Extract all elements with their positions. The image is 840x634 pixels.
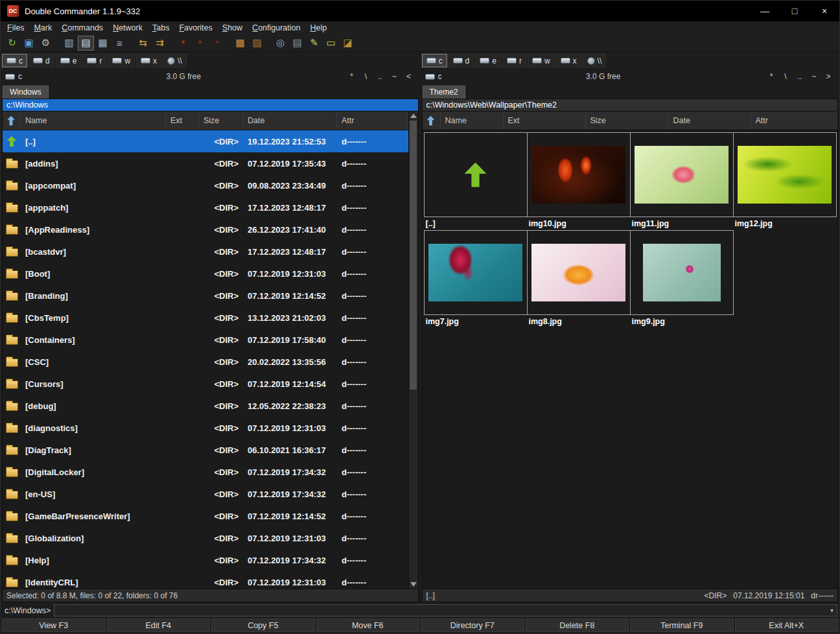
file-row[interactable]: [appcompat]<DIR>09.08.2023 23:34:49d----… — [3, 174, 408, 196]
maximize-button[interactable]: □ — [780, 1, 810, 21]
thumbnail-item[interactable]: img8.jpg — [527, 230, 630, 328]
file-row[interactable]: [..]<DIR>19.12.2023 21:52:53d------- — [3, 130, 408, 152]
file-row[interactable]: [CbsTemp]<DIR>13.12.2023 21:02:03d------… — [3, 307, 408, 329]
column-header-attr[interactable]: Attr — [751, 112, 838, 130]
drive-button-c[interactable]: c — [422, 54, 447, 67]
tab-theme2[interactable]: Theme2 — [423, 86, 465, 99]
column-header-size[interactable]: Size — [199, 112, 243, 130]
file-row[interactable]: [GameBarPresenceWriter]<DIR>07.12.2019 1… — [3, 505, 408, 527]
scroll-thumb[interactable] — [410, 121, 417, 390]
drive-button-w[interactable]: w — [528, 54, 555, 67]
close-button[interactable]: × — [810, 1, 839, 21]
refresh-icon[interactable]: ↻ — [4, 36, 20, 51]
pack-icon[interactable]: ▩ — [232, 36, 248, 51]
fn-button-f9[interactable]: Terminal F9 — [630, 618, 734, 632]
thumbnail-item[interactable]: img12.jpg — [733, 132, 836, 230]
right-path-bar[interactable]: c:\Windows\Web\Wallpaper\Theme2 — [422, 99, 839, 112]
drive-button-w[interactable]: w — [108, 54, 135, 67]
mark-group-icon[interactable]: * — [175, 36, 191, 51]
drive-button-c[interactable]: c — [2, 54, 27, 67]
column-header-date[interactable]: Date — [669, 112, 751, 130]
file-row[interactable]: [apppatch]<DIR>17.12.2023 12:48:17d-----… — [3, 196, 408, 218]
fn-button-f4[interactable]: Edit F4 — [107, 618, 211, 632]
fn-button-f3[interactable]: View F3 — [2, 618, 106, 632]
find-files-icon[interactable]: ◎ — [272, 36, 288, 51]
fn-button-f8[interactable]: Delete F8 — [526, 618, 629, 632]
home-button[interactable]: ~ — [388, 71, 401, 82]
fn-button-f5[interactable]: Copy F5 — [211, 618, 315, 632]
compare-contents-icon[interactable]: ✎ — [306, 36, 322, 51]
fn-button-f6[interactable]: Move F6 — [316, 618, 420, 632]
column-header-attr[interactable]: Attr — [337, 112, 408, 130]
thumbnail-item[interactable]: img9.jpg — [630, 230, 733, 328]
drive-button-e[interactable]: e — [56, 54, 82, 67]
sort-indicator-column[interactable] — [423, 112, 441, 130]
menu-item-commands[interactable]: Commands — [62, 22, 109, 34]
drive-button-d[interactable]: d — [29, 54, 54, 67]
file-row[interactable]: [Containers]<DIR>07.12.2019 17:58:40d---… — [3, 329, 408, 351]
command-input[interactable]: ▾ — [54, 604, 837, 616]
file-row[interactable]: [en-US]<DIR>07.12.2019 17:34:32d------- — [3, 483, 408, 505]
file-row[interactable]: [DiagTrack]<DIR>06.10.2021 16:36:17d----… — [3, 439, 408, 461]
menu-item-files[interactable]: Files — [7, 22, 30, 34]
thumbnail-item[interactable]: img11.jpg — [630, 132, 733, 230]
parent-button[interactable]: .. — [374, 71, 387, 82]
unmark-group-icon[interactable]: * — [192, 36, 208, 51]
file-row[interactable]: [AppReadiness]<DIR>26.12.2023 17:41:40d-… — [3, 218, 408, 241]
history-button[interactable]: > — [822, 71, 835, 82]
file-row[interactable]: [Branding]<DIR>07.12.2019 12:14:52d-----… — [3, 285, 408, 307]
brief-view-icon[interactable]: ▥ — [61, 36, 77, 51]
synchronize-dirs-icon[interactable]: ◪ — [340, 36, 356, 51]
file-row[interactable]: [Boot]<DIR>07.12.2019 12:31:03d------- — [3, 263, 408, 285]
thumbnails-view-icon[interactable]: ▦ — [95, 36, 111, 51]
file-row[interactable]: [Help]<DIR>07.12.2019 17:34:32d------- — [3, 549, 408, 571]
left-path-bar[interactable]: c:\Windows — [2, 99, 419, 112]
scroll-down-icon[interactable] — [410, 582, 417, 587]
extract-icon[interactable]: ▨ — [249, 36, 265, 51]
menu-item-help[interactable]: Help — [310, 22, 332, 34]
column-header-ext[interactable]: Ext — [166, 112, 199, 130]
column-header-date[interactable]: Date — [243, 112, 337, 130]
file-row[interactable]: [CSC]<DIR>20.02.2022 13:35:56d------- — [3, 351, 408, 373]
thumbnail-item[interactable]: img7.jpg — [424, 230, 527, 328]
flat-view-icon[interactable]: ≡ — [111, 36, 128, 51]
drive-button-d[interactable]: d — [449, 54, 474, 67]
title-bar[interactable]: DC Double Commander 1.1.9~332 — □ × — [1, 1, 839, 21]
scroll-up-icon[interactable] — [410, 113, 417, 118]
menu-item-tabs[interactable]: Tabs — [152, 22, 175, 34]
drive-button-x[interactable]: x — [556, 54, 581, 67]
minimize-button[interactable]: — — [750, 1, 780, 21]
swap-panels-icon[interactable]: ⇆ — [135, 36, 151, 51]
file-row[interactable]: [bcastdvr]<DIR>17.12.2023 12:48:17d-----… — [3, 241, 408, 263]
left-scrollbar[interactable] — [408, 112, 418, 589]
drive-button-r[interactable]: r — [82, 54, 106, 67]
invert-selection-icon[interactable]: * — [209, 36, 225, 51]
menu-item-show[interactable]: Show — [222, 22, 248, 34]
star-button[interactable]: * — [345, 71, 358, 82]
drive-button-e[interactable]: e — [475, 54, 501, 67]
thumbnail-item[interactable]: [..] — [424, 132, 527, 230]
thumbnail-item[interactable]: img10.jpg — [527, 132, 630, 230]
file-row[interactable]: [IdentityCRL]<DIR>07.12.2019 12:31:03d--… — [3, 571, 408, 589]
fn-button-f7[interactable]: Directory F7 — [421, 618, 524, 632]
fn-button-alt-x[interactable]: Exit Alt+X — [735, 618, 839, 632]
drive-button-network[interactable]: \\ — [163, 54, 187, 67]
menu-item-network[interactable]: Network — [113, 22, 148, 34]
run-terminal-icon[interactable]: ▣ — [21, 36, 37, 51]
full-view-icon[interactable]: ▤ — [78, 36, 94, 51]
menu-item-mark[interactable]: Mark — [34, 22, 58, 34]
file-row[interactable]: [Globalization]<DIR>07.12.2019 12:31:03d… — [3, 527, 408, 549]
target-equals-source-icon[interactable]: ⇉ — [152, 36, 168, 51]
menu-item-favorites[interactable]: Favorites — [179, 22, 218, 34]
command-history-dropdown-icon[interactable]: ▾ — [827, 607, 837, 614]
multi-rename-icon[interactable]: ▤ — [289, 36, 305, 51]
history-button[interactable]: < — [402, 71, 415, 82]
sort-indicator-column[interactable] — [3, 112, 21, 130]
drive-button-network[interactable]: \\ — [583, 54, 607, 67]
column-header-name[interactable]: Name — [21, 112, 166, 130]
column-header-ext[interactable]: Ext — [504, 112, 586, 130]
drive-button-r[interactable]: r — [502, 54, 526, 67]
root-button[interactable]: \ — [779, 71, 792, 82]
root-button[interactable]: \ — [360, 71, 373, 82]
menu-item-configuration[interactable]: Configuration — [252, 22, 306, 34]
